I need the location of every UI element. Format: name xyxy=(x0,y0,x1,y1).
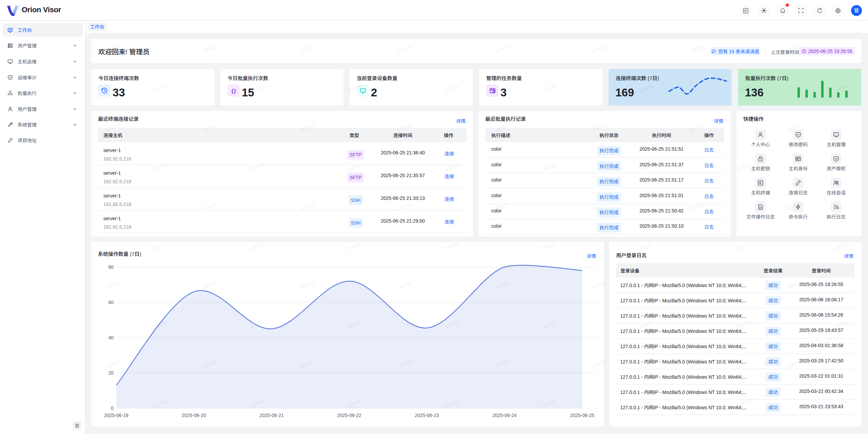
svg-text:2025-06-21: 2025-06-21 xyxy=(259,413,284,418)
svg-text:2025-06-24: 2025-06-24 xyxy=(492,413,517,418)
svg-text:2025-06-23: 2025-06-23 xyxy=(415,413,439,418)
svg-text:40: 40 xyxy=(108,335,114,340)
svg-text:60: 60 xyxy=(108,300,114,305)
svg-text:2025-06-19: 2025-06-19 xyxy=(104,413,129,418)
svg-text:80: 80 xyxy=(108,264,114,270)
svg-text:0: 0 xyxy=(111,405,114,411)
svg-text:2025-06-22: 2025-06-22 xyxy=(337,413,361,418)
svg-text:2025-06-25: 2025-06-25 xyxy=(570,413,594,418)
svg-text:2025-06-20: 2025-06-20 xyxy=(182,413,206,418)
svg-text:20: 20 xyxy=(108,370,114,376)
